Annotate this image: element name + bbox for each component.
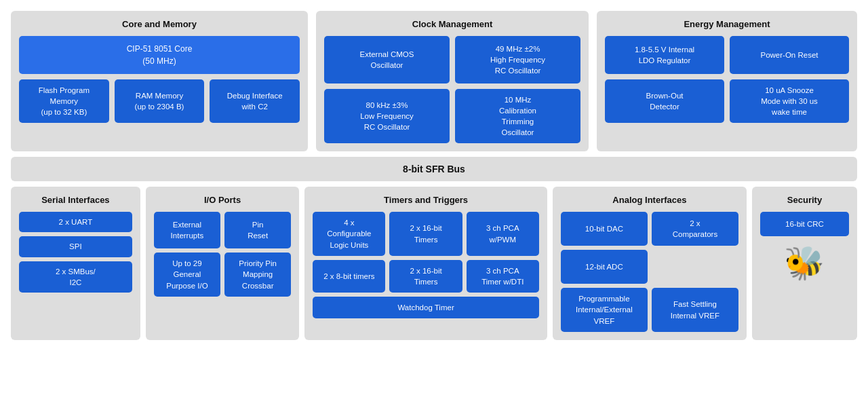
smbus-block: 2 x SMBus/ I2C bbox=[19, 261, 132, 293]
16bit-timers-1-block: 2 x 16-bit Timers bbox=[389, 212, 462, 255]
calibration-osc-block: 10 MHz Calibration Trimming Oscillator bbox=[455, 89, 580, 143]
power-on-reset-block: Power-On Reset bbox=[730, 36, 849, 74]
security-section: Security 16-bit CRC 🐝 bbox=[752, 187, 857, 339]
adc-block: 12-bit ADC bbox=[561, 250, 648, 284]
vref-fast-block: Fast Settling Internal VREF bbox=[652, 288, 738, 331]
core-section: Core and Memory CIP-51 8051 Core (50 MHz… bbox=[11, 11, 308, 151]
dac-block: 10-bit DAC bbox=[561, 212, 648, 246]
clock-section: Clock Management External CMOS Oscillato… bbox=[316, 11, 589, 151]
comparators-block: 2 x Comparators bbox=[652, 212, 738, 246]
energy-title: Energy Management bbox=[605, 19, 849, 29]
analog-empty bbox=[652, 250, 738, 284]
external-cmos-block: External CMOS Oscillator bbox=[324, 36, 450, 83]
pca-dti-block: 3 ch PCA Timer w/DTI bbox=[467, 260, 539, 293]
bee-icon: 🐝 bbox=[784, 244, 825, 282]
crc-block: 16-bit CRC bbox=[760, 212, 849, 236]
core-main-block: CIP-51 8051 Core (50 MHz) bbox=[19, 36, 300, 74]
sfr-bus: 8-bit SFR Bus bbox=[11, 157, 857, 181]
pca-pwm-block: 3 ch PCA w/PWM bbox=[467, 212, 539, 255]
timers-row1: 4 x Configurable Logic Units 2 x 16-bit … bbox=[313, 212, 539, 255]
gpio-block: Up to 29 General Purpose I/O bbox=[154, 253, 220, 296]
clock-title: Clock Management bbox=[324, 19, 580, 29]
analog-grid: 10-bit DAC 2 x Comparators 12-bit ADC Pr… bbox=[561, 212, 738, 331]
hf-rc-osc-block: 49 MHz ±2% High Frequency RC Oscillator bbox=[455, 36, 580, 83]
flash-memory-block: Flash Program Memory (up to 32 KB) bbox=[19, 79, 109, 123]
energy-section: Energy Management 1.8-5.5 V Internal LDO… bbox=[597, 11, 857, 151]
vref-prog-block: Programmable Internal/External VREF bbox=[561, 288, 648, 331]
spi-block: SPI bbox=[19, 236, 132, 257]
io-title: I/O Ports bbox=[154, 195, 292, 205]
16bit-timers-2-block: 2 x 16-bit Timers bbox=[389, 260, 462, 293]
serial-title: Serial Interfaces bbox=[19, 195, 132, 205]
security-inner: 16-bit CRC 🐝 bbox=[760, 212, 849, 282]
serial-blocks: 2 x UART SPI 2 x SMBus/ I2C bbox=[19, 212, 132, 292]
serial-section: Serial Interfaces 2 x UART SPI 2 x SMBus… bbox=[11, 187, 140, 339]
timers-row3: Watchdog Timer bbox=[313, 297, 539, 318]
uart-block: 2 x UART bbox=[19, 212, 132, 232]
timers-row2: 2 x 8-bit timers 2 x 16-bit Timers 3 ch … bbox=[313, 260, 539, 293]
bottom-row: Serial Interfaces 2 x UART SPI 2 x SMBus… bbox=[11, 187, 857, 339]
timers-section: Timers and Triggers 4 x Configurable Log… bbox=[304, 187, 547, 339]
clock-grid: External CMOS Oscillator 49 MHz ±2% High… bbox=[324, 36, 580, 143]
brownout-detector-block: Brown-Out Detector bbox=[605, 79, 724, 123]
timers-title: Timers and Triggers bbox=[313, 195, 539, 205]
configurable-logic-block: 4 x Configurable Logic Units bbox=[313, 212, 385, 255]
io-grid: External Interrupts Pin Reset Up to 29 G… bbox=[154, 212, 292, 296]
main-diagram: Core and Memory CIP-51 8051 Core (50 MHz… bbox=[11, 11, 857, 340]
pin-reset-block: Pin Reset bbox=[224, 212, 291, 248]
crossbar-block: Priority Pin Mapping Crossbar bbox=[224, 253, 291, 296]
analog-title: Analog Interfaces bbox=[561, 195, 738, 205]
ram-memory-block: RAM Memory (up to 2304 B) bbox=[115, 79, 205, 123]
io-section: I/O Ports External Interrupts Pin Reset … bbox=[146, 187, 300, 339]
snooze-mode-block: 10 uA Snooze Mode with 30 us wake time bbox=[730, 79, 849, 123]
core-bottom: Flash Program Memory (up to 32 KB) RAM M… bbox=[19, 79, 300, 123]
security-title: Security bbox=[760, 195, 849, 205]
top-row: Core and Memory CIP-51 8051 Core (50 MHz… bbox=[11, 11, 857, 151]
core-title: Core and Memory bbox=[19, 19, 300, 29]
watchdog-block: Watchdog Timer bbox=[313, 297, 539, 318]
energy-grid: 1.8-5.5 V Internal LDO Regulator Power-O… bbox=[605, 36, 849, 123]
debug-interface-block: Debug Interface with C2 bbox=[210, 79, 300, 123]
analog-section: Analog Interfaces 10-bit DAC 2 x Compara… bbox=[553, 187, 747, 339]
ldo-regulator-block: 1.8-5.5 V Internal LDO Regulator bbox=[605, 36, 724, 74]
8bit-timers-block: 2 x 8-bit timers bbox=[313, 260, 385, 293]
lf-rc-osc-block: 80 kHz ±3% Low Frequency RC Oscillator bbox=[324, 89, 450, 143]
ext-interrupts-block: External Interrupts bbox=[154, 212, 220, 248]
